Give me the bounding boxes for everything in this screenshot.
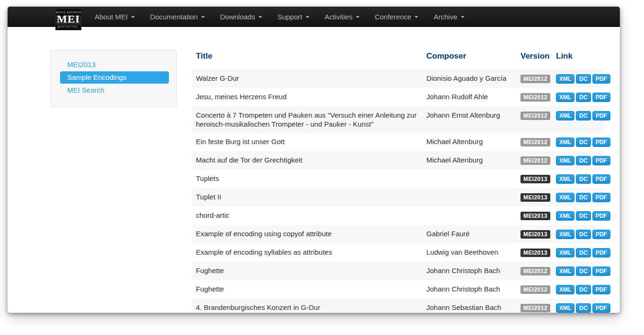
caret-down-icon xyxy=(258,16,262,18)
pdf-link-button[interactable]: PDF xyxy=(592,285,610,294)
nav-item-activities[interactable]: Activities xyxy=(317,7,367,26)
nav-item-documentation[interactable]: Documentation xyxy=(142,7,212,26)
pdf-link-button[interactable]: PDF xyxy=(592,174,610,184)
version-badge: MEI2012 xyxy=(520,112,550,120)
dc-link-button[interactable]: DC xyxy=(576,285,591,294)
sidebar-list-item: MEI2013 xyxy=(51,59,176,71)
cell-title: chord-artic xyxy=(192,206,423,225)
nav-item-conference[interactable]: Conference xyxy=(367,7,426,26)
table-row: Concerto à 7 Trompeten und Pauken aus "V… xyxy=(192,106,604,133)
cell-link: XMLDCPDF xyxy=(552,243,604,262)
dc-link-button[interactable]: DC xyxy=(576,111,591,120)
version-badge: MEI2013 xyxy=(520,193,550,202)
xml-link-button[interactable]: XML xyxy=(556,111,574,120)
cell-version: MEI2012 xyxy=(517,88,552,106)
caret-down-icon xyxy=(201,16,205,18)
cell-composer: Michael Altenburg xyxy=(423,133,517,151)
sidebar-list-item: MEI Search xyxy=(51,84,176,96)
dc-link-button[interactable]: DC xyxy=(576,211,591,221)
xml-link-button[interactable]: XML xyxy=(556,285,574,294)
xml-link-button[interactable]: XML xyxy=(556,74,574,84)
logo-bottom-text: [INITIATIVE] xyxy=(56,25,81,28)
cell-title: Tuplets xyxy=(192,170,423,188)
column-header-link: Link xyxy=(552,47,604,69)
table-row: chord-articMEI2013XMLDCPDF xyxy=(192,206,604,225)
sidebar-nav: MEI2013Sample EncodingsMEI Search xyxy=(50,50,177,107)
xml-link-button[interactable]: XML xyxy=(556,193,574,202)
cell-version: MEI2012 xyxy=(517,151,552,170)
cell-composer xyxy=(423,188,517,206)
nav-item-label: Activities xyxy=(325,13,353,21)
music-note-icon: ♪ xyxy=(57,24,60,29)
nav-item-label: About MEI xyxy=(95,13,128,21)
pdf-link-button[interactable]: PDF xyxy=(592,211,610,221)
mei-logo[interactable]: MUSIC ENCODING MEI [INITIATIVE] ♪ xyxy=(56,9,81,30)
pdf-link-button[interactable]: PDF xyxy=(592,137,610,147)
xml-link-button[interactable]: XML xyxy=(556,266,574,276)
cell-title: Example of encoding syllables as attribu… xyxy=(192,243,423,262)
table-row: Example of encoding syllables as attribu… xyxy=(192,243,604,262)
cell-link: XMLDCPDF xyxy=(552,151,604,170)
caret-down-icon xyxy=(306,16,309,18)
xml-link-button[interactable]: XML xyxy=(556,303,574,313)
nav-item-about-mei[interactable]: About MEI xyxy=(87,7,142,26)
table-row: Walzer G-DurDionisio Aguado y GarcíaMEI2… xyxy=(192,69,604,88)
sidebar-item-sample-encodings[interactable]: Sample Encodings xyxy=(60,71,169,84)
sidebar-item-mei2013[interactable]: MEI2013 xyxy=(60,59,169,71)
dc-link-button[interactable]: DC xyxy=(576,137,591,147)
dc-link-button[interactable]: DC xyxy=(576,266,591,276)
version-badge: MEI2012 xyxy=(520,93,550,102)
dc-link-button[interactable]: DC xyxy=(576,193,591,202)
nav-item-support[interactable]: Support xyxy=(270,7,317,26)
cell-composer: Dionisio Aguado y García xyxy=(423,69,517,88)
nav-item-label: Conference xyxy=(375,13,412,21)
dc-link-button[interactable]: DC xyxy=(576,248,591,258)
cell-link: XMLDCPDF xyxy=(552,170,604,188)
cell-link: XMLDCPDF xyxy=(552,206,604,225)
cell-version: MEI2013 xyxy=(517,170,552,188)
xml-link-button[interactable]: XML xyxy=(556,156,574,165)
dc-link-button[interactable]: DC xyxy=(576,230,591,239)
nav-item-archive[interactable]: Archive xyxy=(426,7,472,26)
pdf-link-button[interactable]: PDF xyxy=(592,230,610,239)
cell-link: XMLDCPDF xyxy=(552,299,604,313)
dc-link-button[interactable]: DC xyxy=(576,74,591,84)
cell-title: Macht auf die Tor der Grechtigkeit xyxy=(192,151,423,170)
nav-item-downloads[interactable]: Downloads xyxy=(212,7,270,26)
xml-link-button[interactable]: XML xyxy=(556,174,574,184)
navbar-menu: About MEIDocumentationDownloadsSupportAc… xyxy=(87,7,620,26)
caret-down-icon xyxy=(131,16,135,18)
sidebar-item-mei-search[interactable]: MEI Search xyxy=(60,84,169,96)
cell-composer: Johann Christoph Bach xyxy=(423,262,517,280)
dc-link-button[interactable]: DC xyxy=(576,174,591,184)
cell-title: Walzer G-Dur xyxy=(192,69,423,88)
pdf-link-button[interactable]: PDF xyxy=(592,193,610,202)
cell-composer: Ludwig van Beethoven xyxy=(423,243,517,262)
table-row: Jesu, meines Herzens FreudJohann Rudolf … xyxy=(192,88,604,106)
nav-item-label: Support xyxy=(277,13,302,21)
cell-version: MEI2012 xyxy=(517,262,552,280)
pdf-link-button[interactable]: PDF xyxy=(592,156,610,165)
encodings-table: Title Composer Version Link Walzer G-Dur… xyxy=(192,47,604,313)
dc-link-button[interactable]: DC xyxy=(576,93,591,102)
table-row: FughetteJohann Christoph BachMEI2012XMLD… xyxy=(192,262,604,280)
dc-link-button[interactable]: DC xyxy=(576,303,591,313)
pdf-link-button[interactable]: PDF xyxy=(592,303,610,313)
column-header-title: Title xyxy=(192,47,423,69)
xml-link-button[interactable]: XML xyxy=(556,211,574,221)
xml-link-button[interactable]: XML xyxy=(556,93,574,102)
cell-composer: Johann Christoph Bach xyxy=(423,280,517,299)
xml-link-button[interactable]: XML xyxy=(556,137,574,147)
cell-composer xyxy=(423,206,517,225)
pdf-link-button[interactable]: PDF xyxy=(592,111,610,120)
xml-link-button[interactable]: XML xyxy=(556,230,574,239)
pdf-link-button[interactable]: PDF xyxy=(592,266,610,276)
cell-link: XMLDCPDF xyxy=(552,280,604,299)
pdf-link-button[interactable]: PDF xyxy=(592,93,610,102)
cell-title: Ein feste Burg ist unser Gott xyxy=(192,133,423,151)
pdf-link-button[interactable]: PDF xyxy=(592,74,610,84)
xml-link-button[interactable]: XML xyxy=(556,248,574,258)
nav-item-label: Downloads xyxy=(220,13,255,21)
pdf-link-button[interactable]: PDF xyxy=(592,248,610,258)
dc-link-button[interactable]: DC xyxy=(576,156,591,165)
